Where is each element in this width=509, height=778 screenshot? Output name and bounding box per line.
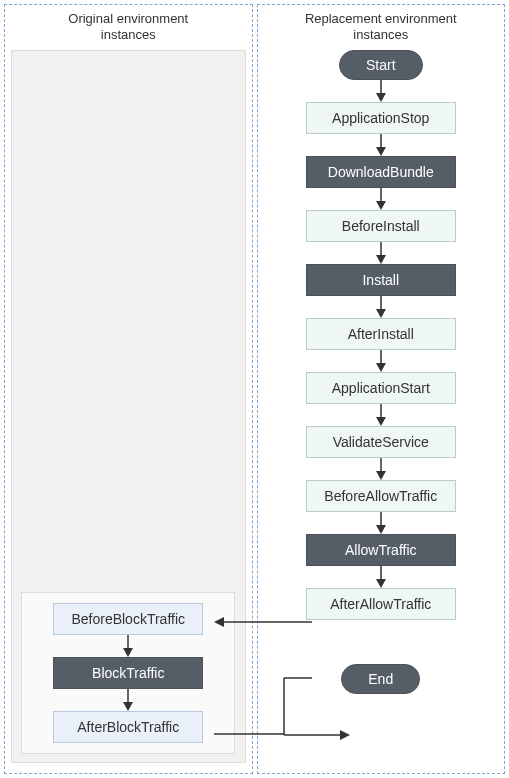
node-afterinstall: AfterInstall (306, 318, 456, 350)
original-environment-column: Original environment instances BeforeBlo… (4, 4, 253, 774)
svg-marker-5 (376, 93, 386, 102)
node-beforeallowtraffic: BeforeAllowTraffic (306, 480, 456, 512)
node-install: Install (306, 264, 456, 296)
svg-marker-17 (376, 417, 386, 426)
arrow-down-icon (371, 404, 391, 426)
svg-marker-13 (376, 309, 386, 318)
arrow-down-icon (371, 458, 391, 480)
svg-marker-1 (123, 648, 133, 657)
svg-marker-21 (376, 525, 386, 534)
svg-marker-11 (376, 255, 386, 264)
arrow-down-icon (371, 80, 391, 102)
replacement-title-line2: instances (353, 27, 408, 42)
node-validateservice: ValidateService (306, 426, 456, 458)
node-applicationstart: ApplicationStart (306, 372, 456, 404)
arrow-down-icon (118, 635, 138, 657)
node-blocktraffic: BlockTraffic (53, 657, 203, 689)
replacement-environment-column: Replacement environment instances Start … (257, 4, 506, 774)
right-flow: Start ApplicationStop DownloadBundle Bef… (264, 50, 499, 694)
svg-marker-19 (376, 471, 386, 480)
node-downloadbundle: DownloadBundle (306, 156, 456, 188)
left-flow: BeforeBlockTraffic BlockTraffic AfterBlo… (30, 603, 226, 743)
replacement-column-header: Replacement environment instances (305, 11, 457, 44)
svg-marker-15 (376, 363, 386, 372)
arrow-down-icon (371, 350, 391, 372)
arrow-down-icon (371, 134, 391, 156)
svg-marker-7 (376, 147, 386, 156)
replacement-title-line1: Replacement environment (305, 11, 457, 26)
node-allowtraffic: AllowTraffic (306, 534, 456, 566)
original-column-header: Original environment instances (68, 11, 188, 44)
svg-marker-9 (376, 201, 386, 210)
arrow-down-icon (371, 512, 391, 534)
arrow-down-icon (371, 242, 391, 264)
node-afterallowtraffic: AfterAllowTraffic (306, 588, 456, 620)
svg-marker-3 (123, 702, 133, 711)
arrow-down-icon (118, 689, 138, 711)
svg-marker-23 (376, 579, 386, 588)
end-terminal: End (341, 664, 420, 694)
arrow-down-icon (371, 566, 391, 588)
arrow-down-icon (371, 296, 391, 318)
original-environment-area: BeforeBlockTraffic BlockTraffic AfterBlo… (11, 50, 246, 764)
node-afterblocktraffic: AfterBlockTraffic (53, 711, 203, 743)
original-title-line2: instances (101, 27, 156, 42)
node-beforeblocktraffic: BeforeBlockTraffic (53, 603, 203, 635)
node-applicationstop: ApplicationStop (306, 102, 456, 134)
diagram-container: Original environment instances BeforeBlo… (4, 4, 505, 774)
node-beforeinstall: BeforeInstall (306, 210, 456, 242)
block-traffic-group: BeforeBlockTraffic BlockTraffic AfterBlo… (21, 592, 235, 754)
original-title-line1: Original environment (68, 11, 188, 26)
arrow-down-icon (371, 188, 391, 210)
start-terminal: Start (339, 50, 423, 80)
